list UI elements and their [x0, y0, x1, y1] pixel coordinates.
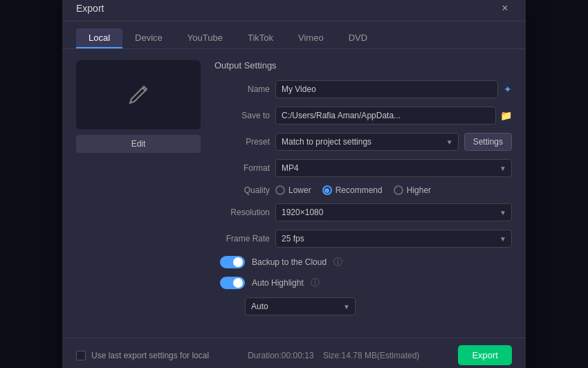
footer-info: Duration:00:00:13 Size:14.78 MB(Estimate…	[248, 351, 419, 360]
duration-info: Duration:00:00:13	[248, 351, 313, 360]
close-button[interactable]: ×	[498, 1, 512, 15]
resolution-label: Resolution	[214, 208, 270, 217]
tab-vimeo[interactable]: Vimeo	[286, 28, 336, 48]
save-to-label: Save to	[214, 111, 270, 120]
quality-recommend-radio[interactable]	[322, 185, 332, 195]
folder-icon[interactable]: 📁	[500, 110, 512, 121]
auto-highlight-label: Auto Highlight	[252, 278, 304, 288]
settings-button[interactable]: Settings	[464, 133, 512, 151]
format-label: Format	[214, 163, 270, 173]
auto-highlight-option-row: Auto ▼	[214, 297, 512, 315]
preview-box	[76, 60, 201, 129]
auto-highlight-row: Auto Highlight ⓘ	[214, 277, 512, 289]
dialog-header: Export ×	[62, 0, 526, 21]
name-label: Name	[214, 84, 270, 94]
frame-rate-row: Frame Rate 25 fps ▼	[214, 230, 512, 248]
preset-select[interactable]: Match to project settings	[275, 133, 459, 151]
tab-device[interactable]: Device	[122, 28, 175, 48]
preview-panel: Edit	[76, 60, 201, 324]
use-last-settings-row: Use last export settings for local	[76, 351, 209, 360]
quality-radio-group: Lower Recommend Higher	[275, 185, 431, 195]
quality-label: Quality	[214, 185, 270, 195]
save-to-row: Save to 📁	[214, 107, 512, 125]
quality-lower-radio[interactable]	[275, 185, 285, 195]
quality-recommend-inner	[324, 188, 329, 193]
export-button[interactable]: Export	[458, 345, 512, 365]
backup-cloud-label: Backup to the Cloud	[252, 257, 327, 267]
export-dialog: Export × Local Device YouTube TikTok Vim…	[62, 0, 526, 368]
pencil-icon	[125, 81, 152, 109]
settings-panel: Output Settings Name ✦ Save to 📁 Preset	[214, 60, 512, 324]
backup-cloud-knob	[233, 257, 243, 267]
tab-local[interactable]: Local	[76, 28, 122, 48]
edit-button[interactable]: Edit	[76, 135, 201, 153]
backup-cloud-info-icon[interactable]: ⓘ	[333, 256, 342, 268]
quality-lower-label: Lower	[288, 185, 311, 195]
auto-highlight-select[interactable]: Auto	[245, 297, 356, 315]
dialog-body: Edit Output Settings Name ✦ Save to 📁	[62, 49, 526, 335]
tab-tiktok[interactable]: TikTok	[235, 28, 286, 48]
preset-label: Preset	[214, 137, 270, 147]
quality-recommend-option[interactable]: Recommend	[322, 185, 383, 195]
tab-youtube[interactable]: YouTube	[175, 28, 235, 48]
quality-higher-option[interactable]: Higher	[394, 185, 431, 195]
auto-highlight-info-icon[interactable]: ⓘ	[311, 277, 320, 289]
save-to-input[interactable]	[275, 107, 496, 125]
format-row: Format MP4 ▼	[214, 159, 512, 177]
backup-cloud-toggle[interactable]	[220, 256, 245, 268]
dialog-footer: Use last export settings for local Durat…	[62, 338, 526, 368]
auto-highlight-knob	[233, 278, 243, 288]
name-input[interactable]	[275, 80, 498, 98]
frame-rate-select[interactable]: 25 fps	[275, 230, 512, 248]
dialog-tabs: Local Device YouTube TikTok Vimeo DVD	[62, 21, 526, 49]
backup-cloud-row: Backup to the Cloud ⓘ	[214, 256, 512, 268]
tab-dvd[interactable]: DVD	[336, 28, 380, 48]
resolution-select[interactable]: 1920×1080	[275, 203, 512, 221]
quality-higher-radio[interactable]	[394, 185, 403, 195]
output-settings-title: Output Settings	[214, 60, 512, 71]
quality-row: Quality Lower Recommend Higher	[214, 185, 512, 195]
name-row: Name ✦	[214, 80, 512, 98]
dialog-title: Export	[76, 3, 104, 14]
use-last-settings-checkbox[interactable]	[76, 351, 86, 360]
size-info: Size:14.78 MB(Estimated)	[323, 351, 419, 360]
frame-rate-label: Frame Rate	[214, 234, 270, 243]
use-last-settings-label: Use last export settings for local	[91, 351, 209, 360]
quality-lower-option[interactable]: Lower	[275, 185, 311, 195]
quality-higher-label: Higher	[407, 185, 431, 195]
auto-highlight-toggle[interactable]	[220, 277, 245, 289]
ai-icon[interactable]: ✦	[504, 84, 512, 95]
preset-row: Preset Match to project settings ▼ Setti…	[214, 133, 512, 151]
resolution-row: Resolution 1920×1080 ▼	[214, 203, 512, 221]
format-select[interactable]: MP4	[275, 159, 512, 177]
quality-recommend-label: Recommend	[336, 185, 383, 195]
